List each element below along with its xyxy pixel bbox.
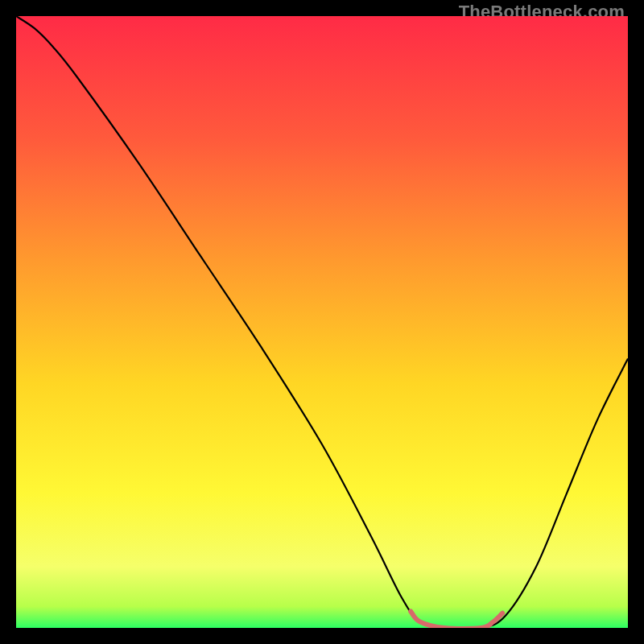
- gradient-background: [16, 16, 628, 628]
- chart-frame: [16, 16, 628, 628]
- bottleneck-chart: [16, 16, 628, 628]
